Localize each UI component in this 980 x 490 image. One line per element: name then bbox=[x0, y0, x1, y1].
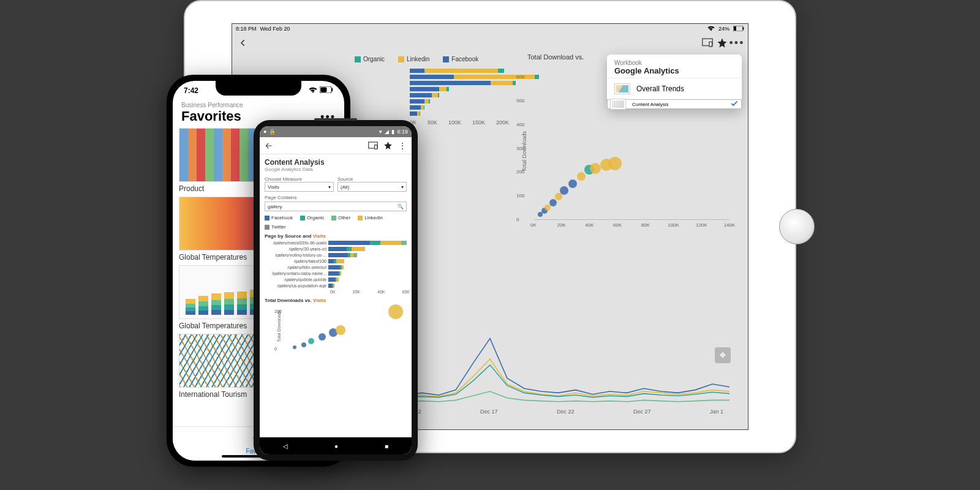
nav-back-icon[interactable]: ◁ bbox=[283, 443, 288, 450]
section-title-pages: Page by Source and Visits bbox=[265, 233, 407, 239]
page-bar-row: /gallery/30-years-cd bbox=[265, 246, 407, 252]
svg-rect-10 bbox=[375, 145, 377, 149]
scatter-ylabel: Total Downloads bbox=[277, 311, 281, 342]
favorite-star-icon[interactable] bbox=[382, 140, 393, 151]
android-toolbar: ⋮ bbox=[260, 137, 412, 154]
battery-icon: ▮ bbox=[391, 129, 394, 135]
page-bar-row: /gallery/gobble-gobble bbox=[265, 277, 407, 282]
sheet-thumbnail-icon bbox=[614, 83, 630, 94]
nav-home-icon[interactable]: ● bbox=[334, 443, 338, 450]
popover-item-label: Content Analysis bbox=[632, 102, 669, 107]
ipad-home-button[interactable] bbox=[779, 209, 815, 244]
bullet-icon: ● bbox=[263, 129, 266, 135]
check-icon bbox=[730, 99, 739, 109]
chevron-down-icon: ▾ bbox=[401, 184, 404, 190]
status-time: 7:42 bbox=[184, 86, 198, 95]
more-icon[interactable]: ⋮ bbox=[397, 140, 408, 151]
section-title-scatter: Total Downloads vs. Visits bbox=[265, 298, 407, 303]
wifi-icon: ▾ bbox=[379, 129, 382, 135]
android-dashboard: Content Analysis Google Analytics Data C… bbox=[260, 154, 412, 355]
back-button[interactable] bbox=[263, 140, 274, 151]
page-bar-row: /gallery/us-population-age bbox=[265, 283, 407, 288]
nav-recent-icon[interactable]: ■ bbox=[385, 443, 388, 450]
favorite-star-icon[interactable] bbox=[716, 37, 728, 49]
measure-select[interactable]: Visits▾ bbox=[265, 182, 334, 192]
status-date: Wed Feb 20 bbox=[260, 26, 290, 32]
zoom-controls-icon[interactable]: ✥ bbox=[715, 347, 731, 363]
popover-item-label: Overall Trends bbox=[636, 85, 684, 93]
page-bar-row: /gallery/taleof100 bbox=[265, 258, 407, 264]
status-time: 6:19 bbox=[397, 129, 408, 135]
signal-icon: ◢ bbox=[385, 129, 389, 135]
battery-icon bbox=[733, 26, 744, 32]
svg-point-5 bbox=[711, 45, 712, 47]
scatter-ylabel: Total Downloads bbox=[521, 131, 527, 172]
page-contains-input[interactable]: gallery🔍 bbox=[265, 202, 407, 211]
device-preview-icon[interactable] bbox=[701, 37, 714, 49]
page-bar-row: /gallery/voting-history-us-... bbox=[265, 252, 407, 258]
popover-workbook-name: Google Analytics bbox=[614, 66, 734, 75]
android-device: ● 🔒 ▾ ◢ ▮ 6:19 ⋮ Content Analysis Google… bbox=[254, 120, 418, 461]
workbook-popover: Workbook Google Analytics Overall Trends… bbox=[607, 55, 742, 109]
page-bar-row: /gallery/felix-selector bbox=[265, 265, 407, 270]
measure-label: Choose Measure bbox=[265, 176, 302, 182]
device-preview-icon[interactable] bbox=[368, 140, 379, 151]
source-label: Source bbox=[337, 176, 353, 182]
legend-item: Organic bbox=[355, 56, 385, 62]
dashboard-title: Content Analysis bbox=[265, 158, 407, 167]
sheet-thumbnail-icon bbox=[610, 99, 626, 110]
android-speaker bbox=[314, 118, 357, 121]
source-select[interactable]: (All)▾ bbox=[337, 182, 407, 192]
svg-rect-1 bbox=[743, 27, 744, 30]
page-bar-row: /gallery/ontario-baby-name... bbox=[265, 271, 407, 276]
android-status-bar: ● 🔒 ▾ ◢ ▮ 6:19 bbox=[260, 126, 412, 137]
legend-item: Linkedin bbox=[398, 56, 429, 62]
status-time: 8:18 PM bbox=[236, 26, 257, 32]
battery-text: 24% bbox=[718, 26, 729, 32]
page-bar-row: /gallery/messi039s-86-goals bbox=[265, 240, 407, 246]
svg-rect-2 bbox=[734, 26, 736, 31]
search-icon: 🔍 bbox=[398, 204, 404, 209]
page-contains-label: Page Contains bbox=[265, 195, 296, 200]
breadcrumb[interactable]: Business Performance bbox=[181, 102, 336, 108]
popover-item-overall-trends[interactable]: Overall Trends bbox=[607, 78, 742, 99]
popover-section-label: Workbook bbox=[614, 59, 734, 66]
wifi-icon bbox=[309, 86, 317, 95]
legend-item: Facebook bbox=[443, 56, 478, 62]
back-button[interactable] bbox=[237, 37, 249, 49]
android-screen: ● 🔒 ▾ ◢ ▮ 6:19 ⋮ Content Analysis Google… bbox=[260, 126, 412, 454]
popover-item-content-analysis[interactable]: Content Analysis bbox=[607, 99, 742, 109]
scatter-title: Total Download vs. bbox=[527, 53, 584, 61]
more-icon[interactable]: ••• bbox=[731, 37, 743, 49]
battery-icon bbox=[320, 86, 333, 95]
dashboard-subtitle: Google Analytics Data bbox=[265, 167, 407, 172]
iphone-notch bbox=[216, 81, 301, 96]
ipad-toolbar: ••• bbox=[232, 34, 748, 52]
android-nav-bar: ◁ ● ■ bbox=[260, 437, 412, 454]
ipad-status-bar: 8:18 PM Wed Feb 20 24% bbox=[232, 24, 748, 34]
lock-icon: 🔒 bbox=[269, 129, 276, 135]
chevron-down-icon: ▾ bbox=[328, 184, 331, 190]
svg-rect-8 bbox=[320, 87, 326, 92]
wifi-icon bbox=[707, 25, 715, 32]
svg-rect-7 bbox=[331, 88, 333, 92]
android-legend: Facebook Organic Other Linkedin Twitter bbox=[265, 215, 407, 230]
android-scatter-chart: Total Downloads 200 0 bbox=[265, 306, 407, 355]
